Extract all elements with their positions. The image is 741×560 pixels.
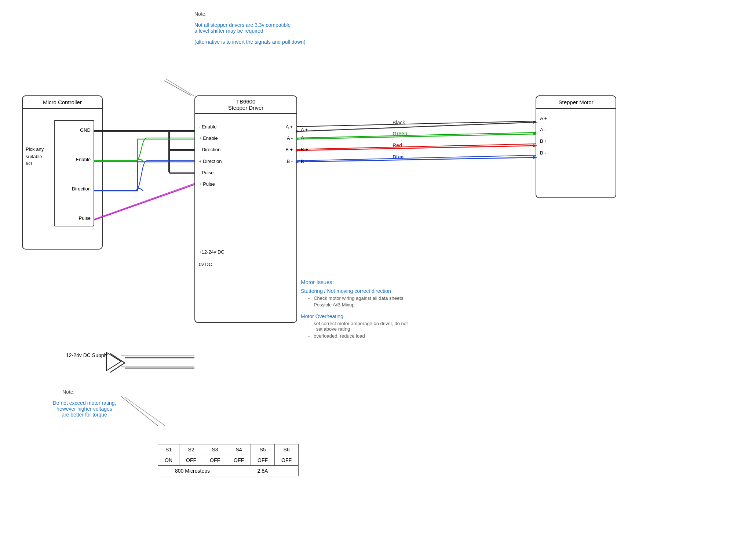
- svg-line-24: [298, 146, 536, 150]
- dip-s5-val: OFF: [251, 455, 275, 466]
- dip-s4-val: OFF: [227, 455, 251, 466]
- wire-green-label: Green: [393, 131, 407, 137]
- dip-value-row: ON OFF OFF OFF OFF OFF: [158, 455, 299, 466]
- svg-line-21: [94, 185, 194, 220]
- sm-pins: A + A - B + B -: [536, 109, 616, 162]
- tb-power-0v: 0v DC: [199, 258, 225, 271]
- stutter-item1: - Check motor wiring against all data sh…: [301, 295, 484, 301]
- wire-blue-label: Blue: [393, 154, 404, 160]
- sm-pin-aminus: A -: [540, 124, 612, 135]
- dip-header-s4: S4: [227, 444, 251, 455]
- svg-line-36: [166, 79, 194, 96]
- svg-line-23: [298, 134, 536, 139]
- note-top-label-text: Note:: [194, 11, 207, 17]
- diagram-container: Note: Not all stepper drivers are 3.3v c…: [0, 0, 741, 560]
- svg-line-9: [297, 144, 536, 149]
- svg-line-10: [297, 155, 536, 161]
- sm-title: Stepper Motor: [536, 96, 616, 109]
- svg-line-7: [297, 121, 536, 127]
- tb-control-pins: - Enable + Enable - Direction + Directio…: [199, 121, 222, 190]
- dip-desc-row: 800 Microsteps 2.8A: [158, 466, 299, 476]
- svg-line-8: [297, 132, 536, 138]
- tb-pin-pulse-pos: + Pulse: [199, 178, 222, 190]
- overheat-section: Motor Overheating - set correct motor am…: [301, 313, 484, 339]
- svg-line-22: [298, 122, 536, 131]
- dip-s3-val: OFF: [203, 455, 227, 466]
- note-top-line3: (alternative is to invert the signals an…: [194, 39, 348, 45]
- mc-pin-direction-label: Direction: [72, 186, 91, 192]
- micro-controller-box: Micro Controller Pick anysuitableI/O GND…: [22, 95, 103, 250]
- mc-io-label: Pick anysuitableI/O: [26, 146, 44, 167]
- svg-line-25: [298, 157, 536, 162]
- mc-title: Micro Controller: [23, 96, 102, 109]
- note-bottom-label: Note:: [62, 389, 74, 395]
- stutter-section: Stuttering / Not moving correct directio…: [301, 288, 484, 308]
- wire-black-label: Black: [393, 120, 405, 126]
- mc-pin-pulse-label: Pulse: [79, 215, 91, 221]
- dip-amperage: 2.8A: [227, 466, 299, 476]
- tb-right-bminus: B -: [301, 159, 307, 164]
- tb-pin-enable-neg: - Enable: [199, 121, 222, 132]
- stutter-item2: - Possible A/B Mixup: [301, 302, 484, 308]
- dip-s6-val: OFF: [275, 455, 299, 466]
- note-top-label: Note:: [194, 11, 207, 17]
- tb-subtitle: Stepper Driver: [197, 105, 294, 111]
- note-top-line1: Not all stepper drivers are 3.3v compati…: [194, 22, 348, 28]
- note-bottom-line2: however higher voltages: [33, 406, 136, 412]
- note-bottom-line3: are better for torque: [33, 412, 136, 418]
- tb6600-box: TB6600 Stepper Driver - Enable + Enable …: [194, 95, 297, 323]
- sm-pin-bminus: B -: [540, 147, 612, 159]
- tb-pin-pulse-neg: - Pulse: [199, 167, 222, 178]
- note-top-line2: a level shifter may be required: [194, 28, 348, 34]
- dip-header-row: S1 S2 S3 S4 S5 S6: [158, 444, 299, 455]
- tb-power-12v: +12-24v DC: [199, 246, 225, 258]
- tb-right-aplus: A +: [301, 127, 308, 132]
- dip-s1-val: ON: [158, 455, 179, 466]
- tb-title-line1: TB6600: [197, 98, 294, 105]
- tb-motor-pin-bplus: B +: [285, 144, 293, 155]
- supply-label: 12-24v DC Supply: [66, 352, 108, 358]
- mc-pin-gnd-label: GND: [80, 127, 91, 133]
- sm-pin-aplus: A +: [540, 113, 612, 124]
- sm-pin-bplus: B +: [540, 135, 612, 147]
- tb-motor-pin-aminus: A -: [285, 132, 293, 144]
- dip-header-s5: S5: [251, 444, 275, 455]
- note-bottom-content: Do not exceed motor rating, however high…: [33, 400, 136, 418]
- motor-issues-section: Motor Issues: Stuttering / Not moving co…: [301, 279, 484, 345]
- note-bottom-line1: Do not exceed motor rating,: [33, 400, 136, 406]
- dip-s2-val: OFF: [179, 455, 203, 466]
- dip-microsteps: 800 Microsteps: [158, 466, 227, 476]
- stepper-motor-box: Stepper Motor A + A - B + B -: [536, 95, 616, 198]
- tb-pin-dir-pos: + Direction: [199, 156, 222, 167]
- dip-switch-table: S1 S2 S3 S4 S5 S6 ON OFF OFF OFF OFF OFF…: [158, 444, 299, 476]
- stutter-title: Stuttering / Not moving correct directio…: [301, 288, 484, 294]
- wire-red-label: Red: [393, 142, 402, 148]
- dip-header-s3: S3: [203, 444, 227, 455]
- dip-header-s1: S1: [158, 444, 179, 455]
- svg-marker-13: [106, 352, 121, 371]
- note-top-content: Not all stepper drivers are 3.3v compati…: [194, 22, 348, 45]
- motor-issues-title: Motor Issues:: [301, 279, 484, 285]
- dip-header-s6: S6: [275, 444, 299, 455]
- tb-pin-enable-pos: + Enable: [199, 132, 222, 144]
- tb-motor-pin-bminus: B -: [285, 156, 293, 167]
- tb-motor-pins: A + A - B + B -: [285, 121, 293, 167]
- overheat-title: Motor Overheating: [301, 313, 484, 319]
- tb-right-bplus: B +: [301, 147, 308, 152]
- overheat-item1: - set correct motor amperage on driver, …: [301, 321, 484, 332]
- note-bottom-label-text: Note:: [62, 389, 74, 395]
- tb-motor-pin-aplus: A +: [285, 121, 293, 132]
- tb-power-pins: +12-24v DC 0v DC: [199, 246, 225, 271]
- dip-header-s2: S2: [179, 444, 203, 455]
- tb-right-aminus: A -: [301, 135, 307, 141]
- tb-pin-dir-neg: - Direction: [199, 144, 222, 155]
- mc-inner-box: GND Enable Direction Pulse: [54, 120, 94, 226]
- svg-line-6: [94, 183, 194, 219]
- svg-line-14: [164, 81, 191, 95]
- tb-title: TB6600 Stepper Driver: [195, 96, 296, 114]
- mc-pin-enable-label: Enable: [76, 157, 91, 162]
- overheat-item2: - overloaded, reduce load: [301, 333, 484, 339]
